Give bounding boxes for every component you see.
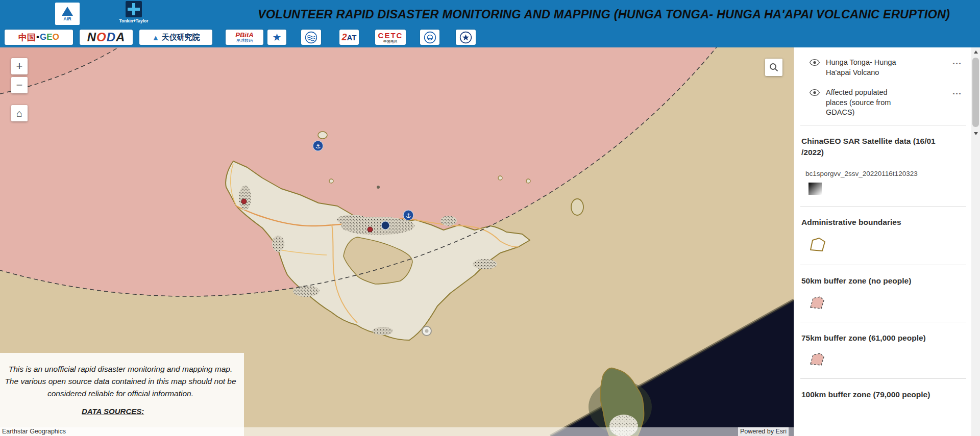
svg-text:⚓: ⚓ [406, 212, 411, 219]
pbita-logo: PBitA 星球数码 [226, 30, 263, 45]
islet-rock-1 [377, 186, 380, 189]
tonkin-taylor-logo: Tonkin+Taylor [112, 1, 155, 27]
wave-emblem-logo [301, 30, 321, 45]
legend-section-title: 75km buffer zone (61,000 people) [801, 332, 946, 344]
buffer50-swatch [808, 295, 946, 313]
search-button[interactable] [765, 59, 782, 76]
visibility-eye-icon[interactable] [810, 59, 820, 68]
star-icon: ★ [273, 31, 282, 43]
chinageo-logo: 中国•GEO [5, 30, 73, 45]
scroll-up-button[interactable] [971, 47, 980, 56]
round-emblem-logo [420, 30, 439, 45]
urban-peninsula [239, 186, 251, 210]
visibility-eye-icon[interactable] [810, 89, 820, 98]
pbita-label: PBitA [235, 32, 253, 39]
legend-section-buffer75: 75km buffer zone (61,000 people) [794, 322, 971, 378]
urban-north-east [440, 216, 457, 226]
disclaimer-panel: This is an unofficial rapid disaster mon… [0, 353, 244, 436]
tianyi-triangle-icon: ▲ [152, 33, 160, 42]
layer-label: Affected populated places (source from G… [826, 88, 906, 118]
tonkin-taylor-label: Tonkin+Taylor [119, 18, 148, 23]
legend-section-title: 50km buffer zone (no people) [801, 275, 946, 287]
air-logo: AIR [55, 3, 80, 25]
urban-south [373, 327, 393, 335]
wave-icon [305, 31, 317, 44]
arrow-up-icon [974, 50, 978, 54]
two-at-logo: 2AT [339, 30, 359, 45]
air-logo-icon [62, 7, 73, 16]
legend-section-title: Administrative boundaries [801, 217, 946, 228]
page-title: VOLUNTEER RAPID DISASTER MONITORING AND … [258, 0, 978, 29]
legend-section-sar: ChinaGEO SAR Satellite data (16/01 /2022… [794, 125, 971, 206]
layer-options-button[interactable]: … [949, 88, 965, 95]
tianyi-label: 天仪研究院 [161, 33, 200, 42]
scrollbar-thumb[interactable] [972, 58, 979, 127]
legend-section-title: 100km buffer zone (79,000 people) [801, 389, 946, 400]
powered-by-esri: Powered by Esri [738, 427, 789, 436]
star-circle-emblem-logo [456, 30, 476, 45]
attribution-text: Earthstar Geographics [2, 427, 66, 436]
round-emblem-icon [424, 31, 436, 44]
home-button[interactable]: ⌂ [11, 105, 28, 121]
poi-marker-south[interactable] [422, 326, 431, 336]
anchor-marker-north[interactable]: ⚓ [313, 141, 323, 151]
sar-layer-name: bc1sporgvv_2ssv_20220116t120323 [801, 170, 946, 177]
layer-label: Hunga Tonga- Hunga Ha'apai Volcano [826, 58, 906, 78]
chinageo-dot: • [36, 32, 39, 42]
anchor-marker-harbour[interactable]: ⚓ [403, 210, 413, 220]
layer-item-volcano[interactable]: Hunga Tonga- Hunga Ha'apai Volcano … [794, 47, 971, 85]
partner-logo-row: 中国•GEO NODA ▲ 天仪研究院 PBitA 星球数码 ★ 2AT [0, 28, 980, 47]
sar-gradient-swatch [808, 183, 822, 195]
chinageo-e: E [46, 32, 52, 42]
app-header: AIR Tonkin+Taylor VOLUNTEER RAPID DISAST… [0, 0, 980, 47]
map-container[interactable]: ⚓ ⚓ + − ⌂ This is an unofficial rapid di… [0, 47, 794, 436]
noda-n: N [87, 30, 96, 44]
populated-place-marker[interactable] [381, 221, 389, 229]
islet-north [318, 132, 327, 139]
page-scrollbar[interactable] [971, 47, 980, 436]
affected-place-marker-city[interactable] [368, 227, 373, 232]
islet-small-2 [498, 176, 502, 180]
cetc-label: CETC [378, 32, 403, 39]
air-logo-label: AIR [63, 16, 71, 21]
noda-a: A [116, 30, 125, 44]
islet-outline-east [571, 199, 583, 215]
legend-section-title: ChinaGEO SAR Satellite data (16/01 /2022… [801, 136, 946, 159]
urban-west-suburb [337, 215, 368, 225]
layer-options-button[interactable]: … [949, 58, 965, 65]
zoom-in-button[interactable]: + [11, 58, 28, 74]
islet-small-1 [329, 179, 333, 183]
urban-east [473, 259, 497, 269]
search-icon [769, 63, 778, 72]
noda-logo: NODA [80, 30, 133, 45]
zoom-controls: + − [11, 58, 28, 93]
admin-boundary-swatch [808, 236, 946, 255]
two-at-at: AT [347, 33, 357, 42]
two-at-2: 2 [342, 32, 347, 43]
legend-panel: Hunga Tonga- Hunga Ha'apai Volcano … Aff… [794, 47, 971, 436]
star-circle-icon [459, 31, 472, 44]
legend-section-buffer100: 100km buffer zone (79,000 people) [794, 379, 971, 408]
data-sources-link[interactable]: DATA SOURCES: [4, 407, 237, 416]
buffer75-swatch [808, 352, 946, 369]
tianyi-logo: ▲ 天仪研究院 [139, 30, 212, 45]
noda-d: D [107, 30, 116, 44]
urban-west-coast [272, 236, 284, 252]
chinageo-o: O [53, 32, 59, 42]
affected-place-marker-west[interactable] [241, 199, 247, 204]
star-emblem-logo: ★ [267, 30, 286, 45]
zoom-out-button[interactable]: − [11, 77, 28, 93]
cetc-logo: CETC 中国电科 [375, 30, 406, 45]
legend-section-admin: Administrative boundaries [794, 207, 971, 265]
layer-item-affected-places[interactable]: Affected populated places (source from G… [794, 85, 971, 125]
attribution-bar: Earthstar Geographics Powered by Esri [0, 427, 794, 436]
islet-small-3 [526, 179, 530, 183]
noda-o: O [96, 30, 107, 44]
tonkin-taylor-icon [126, 1, 142, 17]
pbita-sublabel: 星球数码 [236, 39, 253, 43]
scroll-down-button[interactable] [971, 129, 980, 138]
cetc-sublabel: 中国电科 [383, 40, 398, 43]
svg-text:⚓: ⚓ [315, 143, 321, 150]
disclaimer-text: This is an unofficial rapid disaster mon… [4, 363, 237, 400]
legend-section-buffer50: 50km buffer zone (no people) [794, 265, 971, 321]
